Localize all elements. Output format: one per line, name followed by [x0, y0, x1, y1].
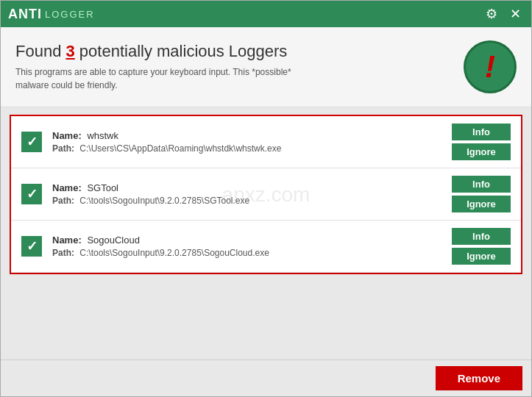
logo-anti: ANTI [8, 7, 42, 22]
title-bar-right: ⚙ ✕ [483, 5, 524, 23]
close-icon[interactable]: ✕ [506, 5, 524, 23]
header-title: Found 3 potentially malicious Loggers [15, 42, 449, 61]
path-label-3: Path: [52, 248, 74, 258]
item-info-3: Name: SogouCloud Path: C:\tools\SogouInp… [52, 235, 452, 258]
item-info-1: Name: whstwk Path: C:\Users\CS\AppData\R… [52, 130, 452, 154]
title-bar: ANTI LOGGER ⚙ ✕ [1, 1, 531, 27]
path-label-1: Path: [52, 143, 74, 154]
checkmark-icon: ✓ [26, 187, 38, 201]
name-value-2: SGTool [87, 182, 118, 193]
ignore-button-3[interactable]: Ignore [452, 248, 511, 265]
checkbox-item1[interactable]: ✓ [21, 132, 42, 152]
warning-icon-circle: ! [464, 40, 517, 93]
list-item: ✓ Name: whstwk Path: C:\Users\CS\AppData… [11, 116, 521, 168]
checkbox-item3[interactable]: ✓ [21, 236, 42, 257]
item-path-row-2: Path: C:\tools\SogouInput\9.2.0.2785\SGT… [52, 196, 452, 206]
subtitle-line1: This programs are able to capture your k… [15, 67, 291, 77]
action-buttons-2: Info Ignore [452, 176, 511, 212]
name-value-1: whstwk [87, 130, 118, 141]
header-subtitle: This programs are able to capture your k… [15, 65, 449, 92]
app-window: ANTI LOGGER ⚙ ✕ Found 3 potentially mali… [0, 0, 532, 397]
item-name-row-2: Name: SGTool [52, 182, 452, 193]
settings-icon[interactable]: ⚙ [483, 5, 500, 23]
path-value-2: C:\tools\SogouInput\9.2.0.2785\SGTool.ex… [79, 196, 249, 206]
header-area: Found 3 potentially malicious Loggers Th… [1, 27, 531, 107]
path-label-2: Path: [52, 196, 74, 206]
item-name-row-3: Name: SogouCloud [52, 235, 452, 246]
subtitle-line2: malware could be friendly. [15, 80, 118, 90]
name-label-1: Name: [52, 130, 82, 141]
remove-button[interactable]: Remove [436, 366, 522, 390]
path-value-3: C:\tools\SogouInput\9.2.0.2785\SogouClou… [79, 248, 269, 258]
ignore-button-1[interactable]: Ignore [452, 143, 511, 160]
info-button-3[interactable]: Info [452, 228, 511, 245]
action-buttons-1: Info Ignore [452, 124, 511, 160]
checkmark-icon: ✓ [26, 135, 38, 149]
items-container: ✓ Name: whstwk Path: C:\Users\CS\AppData… [10, 115, 522, 274]
info-button-1[interactable]: Info [452, 124, 511, 140]
action-buttons-3: Info Ignore [452, 228, 511, 265]
title-bar-left: ANTI LOGGER [8, 7, 95, 22]
item-path-row-1: Path: C:\Users\CS\AppData\Roaming\whstdk… [52, 143, 452, 154]
header-title-prefix: Found [15, 42, 66, 60]
ignore-button-2[interactable]: Ignore [452, 196, 511, 212]
warning-exclaim-icon: ! [485, 51, 495, 82]
item-info-2: Name: SGTool Path: C:\tools\SogouInput\9… [52, 182, 452, 206]
item-name-row-1: Name: whstwk [52, 130, 452, 141]
name-value-3: SogouCloud [87, 235, 140, 246]
path-value-1: C:\Users\CS\AppData\Roaming\whstdk\whstw… [79, 143, 281, 154]
list-item: ✓ Name: SogouCloud Path: C:\tools\SogouI… [11, 221, 521, 273]
logo-logger: LOGGER [45, 9, 95, 20]
name-label-2: Name: [52, 182, 82, 193]
malicious-count: 3 [66, 42, 75, 60]
checkbox-item2[interactable]: ✓ [21, 184, 42, 204]
main-content: ✓ Name: whstwk Path: C:\Users\CS\AppData… [1, 107, 531, 360]
checkmark-icon: ✓ [26, 240, 38, 253]
item-path-row-3: Path: C:\tools\SogouInput\9.2.0.2785\Sog… [52, 248, 452, 258]
header-text: Found 3 potentially malicious Loggers Th… [15, 42, 449, 92]
footer-area: Remove [1, 360, 531, 396]
list-item: ✓ Name: SGTool Path: C:\tools\SogouInput… [11, 168, 521, 221]
name-label-3: Name: [52, 235, 82, 246]
header-title-suffix: potentially malicious Loggers [75, 42, 288, 60]
info-button-2[interactable]: Info [452, 176, 511, 193]
